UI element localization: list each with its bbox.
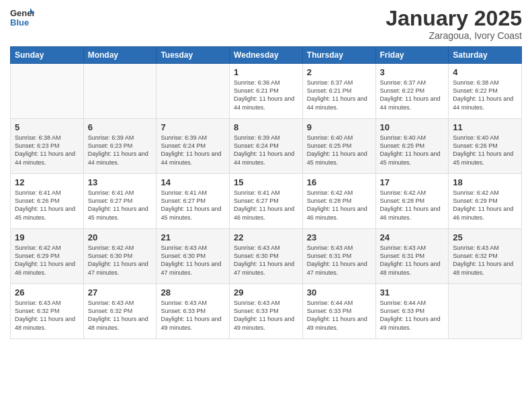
day-number: 31 xyxy=(380,287,445,298)
calendar-day-25: 25Sunrise: 6:43 AMSunset: 6:32 PMDayligh… xyxy=(449,229,522,284)
day-number: 16 xyxy=(307,177,371,187)
day-info: Sunrise: 6:40 AMSunset: 6:25 PMDaylight:… xyxy=(307,134,371,167)
calendar-day-28: 28Sunrise: 6:43 AMSunset: 6:33 PMDayligh… xyxy=(157,284,230,339)
day-info: Sunrise: 6:43 AMSunset: 6:31 PMDaylight:… xyxy=(380,244,445,277)
day-number: 8 xyxy=(234,122,298,132)
calendar-day-17: 17Sunrise: 6:42 AMSunset: 6:28 PMDayligh… xyxy=(375,174,449,229)
day-number: 7 xyxy=(161,122,225,132)
day-number: 11 xyxy=(453,122,517,132)
day-number: 15 xyxy=(234,177,298,187)
header: General Blue January 2025 Zaragoua, Ivor… xyxy=(10,7,522,41)
day-number: 21 xyxy=(161,232,225,242)
day-number: 20 xyxy=(88,232,152,242)
day-info: Sunrise: 6:44 AMSunset: 6:33 PMDaylight:… xyxy=(307,299,371,332)
day-number: 1 xyxy=(234,67,298,77)
calendar-day-1: 1Sunrise: 6:36 AMSunset: 6:21 PMDaylight… xyxy=(230,64,303,119)
day-info: Sunrise: 6:42 AMSunset: 6:30 PMDaylight:… xyxy=(88,244,152,277)
calendar-empty-cell xyxy=(157,64,230,119)
location-subtitle: Zaragoua, Ivory Coast xyxy=(386,30,522,41)
calendar-day-16: 16Sunrise: 6:42 AMSunset: 6:28 PMDayligh… xyxy=(302,174,375,229)
calendar-day-6: 6Sunrise: 6:39 AMSunset: 6:23 PMDaylight… xyxy=(83,119,157,174)
day-info: Sunrise: 6:43 AMSunset: 6:31 PMDaylight:… xyxy=(307,244,371,277)
day-number: 3 xyxy=(380,67,445,77)
day-number: 10 xyxy=(380,122,445,132)
day-number: 24 xyxy=(380,232,445,242)
calendar-empty-cell xyxy=(11,64,84,119)
calendar-week-row: 12Sunrise: 6:41 AMSunset: 6:26 PMDayligh… xyxy=(11,174,522,229)
day-info: Sunrise: 6:40 AMSunset: 6:25 PMDaylight:… xyxy=(380,134,445,167)
logo-svg: General Blue xyxy=(10,7,34,31)
day-info: Sunrise: 6:41 AMSunset: 6:26 PMDaylight:… xyxy=(15,189,79,222)
day-info: Sunrise: 6:43 AMSunset: 6:32 PMDaylight:… xyxy=(88,299,152,332)
weekday-header-wednesday: Wednesday xyxy=(230,47,303,64)
calendar-day-8: 8Sunrise: 6:39 AMSunset: 6:24 PMDaylight… xyxy=(230,119,303,174)
day-info: Sunrise: 6:43 AMSunset: 6:32 PMDaylight:… xyxy=(15,299,79,332)
day-info: Sunrise: 6:43 AMSunset: 6:30 PMDaylight:… xyxy=(161,244,225,277)
day-info: Sunrise: 6:42 AMSunset: 6:29 PMDaylight:… xyxy=(15,244,79,277)
calendar-day-12: 12Sunrise: 6:41 AMSunset: 6:26 PMDayligh… xyxy=(11,174,84,229)
calendar-day-9: 9Sunrise: 6:40 AMSunset: 6:25 PMDaylight… xyxy=(302,119,375,174)
day-number: 14 xyxy=(161,177,225,187)
calendar-day-27: 27Sunrise: 6:43 AMSunset: 6:32 PMDayligh… xyxy=(83,284,157,339)
calendar-day-10: 10Sunrise: 6:40 AMSunset: 6:25 PMDayligh… xyxy=(375,119,449,174)
weekday-header-monday: Monday xyxy=(83,47,157,64)
day-number: 17 xyxy=(380,177,445,187)
day-info: Sunrise: 6:38 AMSunset: 6:23 PMDaylight:… xyxy=(15,134,79,167)
weekday-header-sunday: Sunday xyxy=(11,47,84,64)
calendar-week-row: 26Sunrise: 6:43 AMSunset: 6:32 PMDayligh… xyxy=(11,284,522,339)
day-info: Sunrise: 6:41 AMSunset: 6:27 PMDaylight:… xyxy=(88,189,152,222)
day-number: 12 xyxy=(15,177,79,187)
calendar-day-14: 14Sunrise: 6:41 AMSunset: 6:27 PMDayligh… xyxy=(157,174,230,229)
day-info: Sunrise: 6:40 AMSunset: 6:26 PMDaylight:… xyxy=(453,134,517,167)
day-number: 28 xyxy=(161,287,225,298)
calendar-day-15: 15Sunrise: 6:41 AMSunset: 6:27 PMDayligh… xyxy=(230,174,303,229)
calendar-day-4: 4Sunrise: 6:38 AMSunset: 6:22 PMDaylight… xyxy=(449,64,522,119)
calendar-day-7: 7Sunrise: 6:39 AMSunset: 6:24 PMDaylight… xyxy=(157,119,230,174)
weekday-header-saturday: Saturday xyxy=(449,47,522,64)
day-info: Sunrise: 6:37 AMSunset: 6:21 PMDaylight:… xyxy=(307,79,371,111)
day-info: Sunrise: 6:41 AMSunset: 6:27 PMDaylight:… xyxy=(161,189,225,222)
logo: General Blue xyxy=(10,7,34,31)
day-number: 19 xyxy=(15,232,79,242)
calendar-day-13: 13Sunrise: 6:41 AMSunset: 6:27 PMDayligh… xyxy=(83,174,157,229)
day-info: Sunrise: 6:42 AMSunset: 6:28 PMDaylight:… xyxy=(380,189,445,222)
weekday-header-friday: Friday xyxy=(375,47,449,64)
day-info: Sunrise: 6:39 AMSunset: 6:23 PMDaylight:… xyxy=(88,134,152,167)
calendar-day-11: 11Sunrise: 6:40 AMSunset: 6:26 PMDayligh… xyxy=(449,119,522,174)
day-number: 2 xyxy=(307,67,371,77)
day-info: Sunrise: 6:39 AMSunset: 6:24 PMDaylight:… xyxy=(161,134,225,167)
calendar-day-24: 24Sunrise: 6:43 AMSunset: 6:31 PMDayligh… xyxy=(375,229,449,284)
calendar-day-5: 5Sunrise: 6:38 AMSunset: 6:23 PMDaylight… xyxy=(11,119,84,174)
calendar-table: SundayMondayTuesdayWednesdayThursdayFrid… xyxy=(10,46,522,339)
day-info: Sunrise: 6:43 AMSunset: 6:33 PMDaylight:… xyxy=(161,299,225,332)
calendar-day-31: 31Sunrise: 6:44 AMSunset: 6:33 PMDayligh… xyxy=(375,284,449,339)
calendar-empty-cell xyxy=(83,64,157,119)
calendar-day-3: 3Sunrise: 6:37 AMSunset: 6:22 PMDaylight… xyxy=(375,64,449,119)
day-number: 30 xyxy=(307,287,371,298)
day-number: 9 xyxy=(307,122,371,132)
calendar-week-row: 1Sunrise: 6:36 AMSunset: 6:21 PMDaylight… xyxy=(11,64,522,119)
weekday-header-tuesday: Tuesday xyxy=(157,47,230,64)
calendar-day-21: 21Sunrise: 6:43 AMSunset: 6:30 PMDayligh… xyxy=(157,229,230,284)
calendar-day-22: 22Sunrise: 6:43 AMSunset: 6:30 PMDayligh… xyxy=(230,229,303,284)
title-block: January 2025 Zaragoua, Ivory Coast xyxy=(386,7,522,41)
day-number: 26 xyxy=(15,287,79,298)
day-number: 25 xyxy=(453,232,517,242)
calendar-day-19: 19Sunrise: 6:42 AMSunset: 6:29 PMDayligh… xyxy=(11,229,84,284)
day-info: Sunrise: 6:36 AMSunset: 6:21 PMDaylight:… xyxy=(234,79,298,111)
calendar-day-29: 29Sunrise: 6:43 AMSunset: 6:33 PMDayligh… xyxy=(230,284,303,339)
day-number: 6 xyxy=(88,122,152,132)
calendar-empty-cell xyxy=(449,284,522,339)
day-info: Sunrise: 6:38 AMSunset: 6:22 PMDaylight:… xyxy=(453,79,517,111)
day-info: Sunrise: 6:43 AMSunset: 6:32 PMDaylight:… xyxy=(453,244,517,277)
calendar-week-row: 19Sunrise: 6:42 AMSunset: 6:29 PMDayligh… xyxy=(11,229,522,284)
day-info: Sunrise: 6:44 AMSunset: 6:33 PMDaylight:… xyxy=(380,299,445,332)
day-number: 18 xyxy=(453,177,517,187)
calendar-day-23: 23Sunrise: 6:43 AMSunset: 6:31 PMDayligh… xyxy=(302,229,375,284)
day-number: 27 xyxy=(88,287,152,298)
calendar-day-2: 2Sunrise: 6:37 AMSunset: 6:21 PMDaylight… xyxy=(302,64,375,119)
weekday-header-thursday: Thursday xyxy=(302,47,375,64)
calendar-day-20: 20Sunrise: 6:42 AMSunset: 6:30 PMDayligh… xyxy=(83,229,157,284)
svg-text:Blue: Blue xyxy=(10,17,29,28)
day-number: 5 xyxy=(15,122,79,132)
